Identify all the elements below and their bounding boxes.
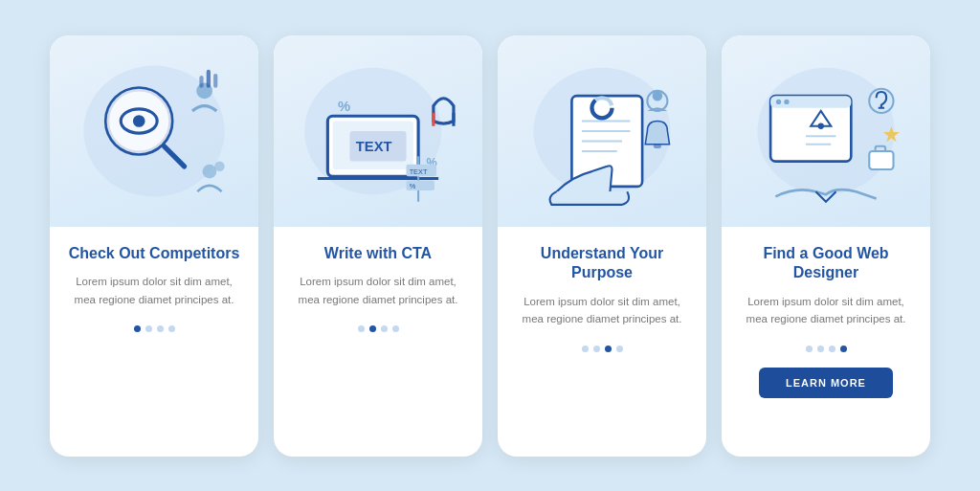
svg-text:%: %	[410, 181, 416, 190]
svg-point-41	[776, 99, 781, 103]
card-body-4: Lorem ipsum dolor sit dim amet, mea regi…	[739, 293, 913, 328]
dot-2-1[interactable]	[358, 325, 365, 332]
card-illustration-3	[498, 35, 706, 227]
dot-4-4[interactable]	[840, 346, 847, 352]
svg-text:TEXT: TEXT	[410, 167, 428, 176]
dot-4-3[interactable]	[829, 346, 835, 352]
card-title-4: Find a Good Web Designer	[739, 244, 913, 284]
svg-rect-37	[654, 144, 661, 147]
learn-more-button[interactable]: LEARN MORE	[759, 368, 893, 398]
dot-1-2[interactable]	[145, 325, 152, 332]
dot-3-4[interactable]	[616, 346, 623, 352]
svg-point-11	[214, 161, 225, 171]
dot-3-1[interactable]	[582, 346, 589, 352]
dots-2	[358, 325, 399, 332]
card-competitors: Check Out Competitors Lorem ipsum dolor …	[50, 35, 258, 457]
card-title-1: Check Out Competitors	[69, 244, 240, 264]
cards-container: Check Out Competitors Lorem ipsum dolor …	[19, 12, 961, 480]
card-content-2: Write with CTA Lorem ipsum dolor sit dim…	[274, 227, 482, 437]
svg-point-10	[203, 164, 217, 178]
dots-3	[582, 346, 623, 352]
card-content-1: Check Out Competitors Lorem ipsum dolor …	[50, 227, 258, 437]
card-title-3: Understand Your Purpose	[515, 244, 689, 284]
dot-3-2[interactable]	[593, 346, 600, 352]
card-illustration-1	[50, 35, 258, 227]
svg-rect-40	[770, 96, 851, 108]
dot-1-3[interactable]	[157, 325, 164, 332]
card-body-1: Lorem ipsum dolor sit dim amet, mea regi…	[67, 273, 241, 308]
svg-point-36	[653, 90, 663, 100]
svg-rect-7	[199, 76, 203, 88]
dot-3-3[interactable]	[605, 346, 612, 352]
dot-1-4[interactable]	[168, 325, 175, 332]
svg-rect-8	[207, 69, 211, 87]
card-body-2: Lorem ipsum dolor sit dim amet, mea regi…	[291, 273, 465, 308]
card-purpose: Understand Your Purpose Lorem ipsum dolo…	[498, 35, 706, 457]
card-illustration-4	[722, 35, 930, 227]
card-content-4: Find a Good Web Designer Lorem ipsum dol…	[722, 227, 930, 437]
dot-1-1[interactable]	[134, 325, 141, 332]
svg-point-44	[818, 123, 824, 128]
card-body-3: Lorem ipsum dolor sit dim amet, mea regi…	[515, 293, 689, 328]
card-title-2: Write with CTA	[324, 244, 432, 264]
svg-point-4	[133, 115, 145, 127]
dots-4	[806, 346, 847, 352]
svg-rect-50	[869, 151, 893, 169]
svg-text:%: %	[338, 98, 350, 113]
svg-point-42	[784, 99, 789, 103]
dot-2-2[interactable]	[369, 325, 376, 332]
dot-2-3[interactable]	[381, 325, 388, 332]
card-designer: Find a Good Web Designer Lorem ipsum dol…	[722, 35, 930, 457]
dot-4-1[interactable]	[806, 346, 813, 352]
dot-2-4[interactable]	[392, 325, 399, 332]
card-illustration-2: TEXT % % TEXT %	[274, 35, 482, 227]
card-content-3: Understand Your Purpose Lorem ipsum dolo…	[498, 227, 706, 437]
dots-1	[134, 325, 175, 332]
svg-rect-9	[213, 74, 217, 88]
svg-text:TEXT: TEXT	[356, 139, 392, 154]
dot-4-2[interactable]	[817, 346, 824, 352]
card-cta: TEXT % % TEXT % Write with CTA Lorem ips…	[274, 35, 482, 457]
